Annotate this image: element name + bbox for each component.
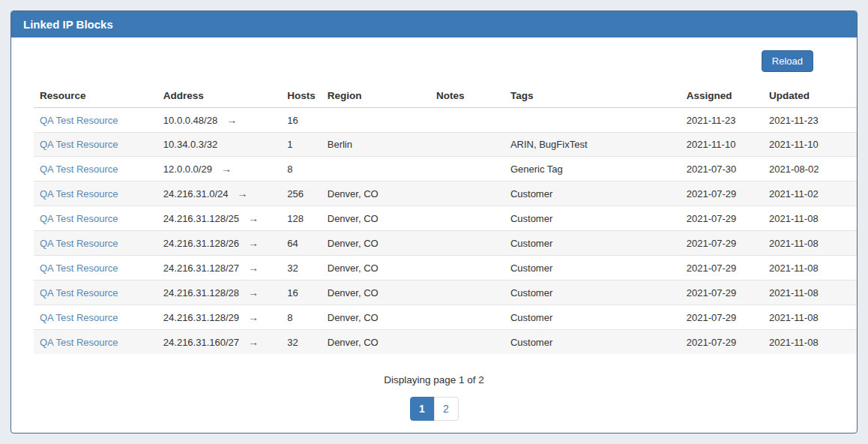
region-cell: Denver, CO — [322, 280, 430, 305]
updated-cell: 2021-11-08 — [763, 305, 857, 330]
table-header: Resource Address Hosts Region Notes Tags… — [34, 86, 857, 108]
region-cell: Berlin — [322, 133, 430, 157]
column-header-notes: Notes — [430, 86, 504, 108]
table-row: QA Test Resource24.216.31.128/25→128Denv… — [34, 206, 857, 231]
table-row: QA Test Resource24.216.31.160/27→32Denve… — [34, 330, 857, 355]
arrow-right-icon[interactable]: → — [226, 114, 237, 126]
region-cell: Denver, CO — [322, 305, 430, 330]
assigned-cell: 2021-11-23 — [681, 108, 763, 133]
updated-cell: 2021-08-02 — [763, 157, 857, 182]
notes-cell — [430, 305, 504, 330]
tags-cell: Customer — [504, 182, 681, 206]
linked-ip-blocks-panel: Linked IP Blocks Reload Resource Address… — [10, 10, 858, 434]
arrow-right-icon[interactable]: → — [248, 336, 259, 348]
resource-link[interactable]: QA Test Resource — [40, 262, 118, 274]
region-cell: Denver, CO — [322, 256, 430, 280]
tags-cell: Generic Tag — [504, 157, 681, 182]
address-cell: 24.216.31.0/24→ — [157, 182, 281, 206]
resource-link[interactable]: QA Test Resource — [40, 115, 118, 126]
resource-link[interactable]: QA Test Resource — [40, 337, 118, 348]
table-row: QA Test Resource24.216.31.128/27→32Denve… — [34, 256, 857, 280]
pagination: 12 — [22, 397, 846, 421]
hosts-cell: 8 — [281, 305, 322, 330]
resource-cell: QA Test Resource — [34, 182, 157, 206]
region-cell: Denver, CO — [322, 206, 430, 231]
notes-cell — [430, 330, 504, 355]
notes-cell — [430, 280, 504, 305]
tags-cell: Customer — [504, 256, 681, 280]
region-cell: Denver, CO — [322, 231, 430, 256]
arrow-right-icon[interactable]: → — [248, 286, 259, 298]
column-header-assigned: Assigned — [681, 86, 763, 108]
arrow-right-icon[interactable]: → — [238, 188, 248, 200]
hosts-cell: 128 — [281, 206, 322, 231]
resource-cell: QA Test Resource — [34, 330, 157, 355]
resource-cell: QA Test Resource — [34, 231, 157, 256]
address-cell: 24.216.31.128/25→ — [157, 206, 281, 231]
arrow-right-icon[interactable]: → — [221, 163, 232, 175]
resource-cell: QA Test Resource — [34, 157, 157, 182]
address-text: 24.216.31.128/25 — [163, 213, 239, 224]
column-header-hosts: Hosts — [281, 86, 322, 108]
address-text: 24.216.31.128/27 — [163, 262, 239, 274]
hosts-cell: 8 — [281, 157, 322, 182]
resource-cell: QA Test Resource — [34, 256, 157, 280]
page-button-1[interactable]: 1 — [410, 397, 435, 421]
address-cell: 24.216.31.128/29→ — [157, 305, 281, 330]
notes-cell — [430, 206, 504, 231]
reload-button[interactable]: Reload — [762, 50, 813, 72]
assigned-cell: 2021-07-29 — [681, 256, 763, 280]
table-body: QA Test Resource10.0.0.48/28→162021-11-2… — [34, 108, 857, 355]
resource-cell: QA Test Resource — [34, 133, 157, 157]
arrow-right-icon[interactable]: → — [248, 311, 259, 323]
updated-cell: 2021-11-02 — [763, 182, 857, 206]
resource-link[interactable]: QA Test Resource — [40, 312, 118, 323]
column-header-updated: Updated — [763, 86, 857, 108]
notes-cell — [430, 231, 504, 256]
updated-cell: 2021-11-08 — [763, 256, 857, 280]
table-row: QA Test Resource10.34.0.3/321BerlinARIN,… — [34, 133, 857, 157]
updated-cell: 2021-11-08 — [763, 330, 857, 355]
paging-status: Displaying page 1 of 2 — [22, 374, 846, 386]
assigned-cell: 2021-07-29 — [681, 305, 763, 330]
updated-cell: 2021-11-10 — [763, 133, 857, 157]
arrow-right-icon[interactable]: → — [248, 212, 259, 224]
updated-cell: 2021-11-08 — [763, 231, 857, 256]
resource-link[interactable]: QA Test Resource — [40, 287, 118, 298]
updated-cell: 2021-11-08 — [763, 206, 857, 231]
hosts-cell: 64 — [281, 231, 322, 256]
hosts-cell: 32 — [281, 330, 322, 355]
hosts-cell: 1 — [281, 133, 322, 157]
column-header-resource: Resource — [34, 86, 157, 108]
address-text: 12.0.0.0/29 — [163, 164, 212, 175]
address-cell: 10.34.0.3/32 — [157, 133, 281, 157]
arrow-right-icon[interactable]: → — [248, 237, 259, 249]
address-text: 24.216.31.0/24 — [163, 188, 229, 200]
region-cell — [322, 157, 430, 182]
tags-cell: ARIN, BugFixTest — [504, 133, 681, 157]
resource-link[interactable]: QA Test Resource — [40, 188, 118, 200]
resource-link[interactable]: QA Test Resource — [40, 238, 118, 249]
hosts-cell: 32 — [281, 256, 322, 280]
tags-cell: Customer — [504, 206, 681, 231]
resource-cell: QA Test Resource — [34, 305, 157, 330]
hosts-cell: 16 — [281, 108, 322, 133]
toolbar: Reload — [22, 50, 846, 73]
notes-cell — [430, 133, 504, 157]
tags-cell — [504, 108, 681, 133]
panel-title: Linked IP Blocks — [11, 11, 857, 38]
resource-link[interactable]: QA Test Resource — [40, 139, 118, 150]
assigned-cell: 2021-07-30 — [681, 157, 763, 182]
region-cell: Denver, CO — [322, 182, 430, 206]
address-text: 10.0.0.48/28 — [163, 115, 217, 126]
tags-cell: Customer — [504, 280, 681, 305]
table-row: QA Test Resource24.216.31.128/26→64Denve… — [34, 231, 857, 256]
resource-link[interactable]: QA Test Resource — [40, 213, 118, 224]
page-button-2[interactable]: 2 — [434, 397, 459, 421]
column-header-address: Address — [157, 86, 281, 108]
address-cell: 12.0.0.0/29→ — [157, 157, 281, 182]
arrow-right-icon[interactable]: → — [248, 262, 259, 274]
resource-link[interactable]: QA Test Resource — [40, 164, 118, 175]
resource-cell: QA Test Resource — [34, 206, 157, 231]
ip-blocks-table: Resource Address Hosts Region Notes Tags… — [34, 86, 857, 354]
